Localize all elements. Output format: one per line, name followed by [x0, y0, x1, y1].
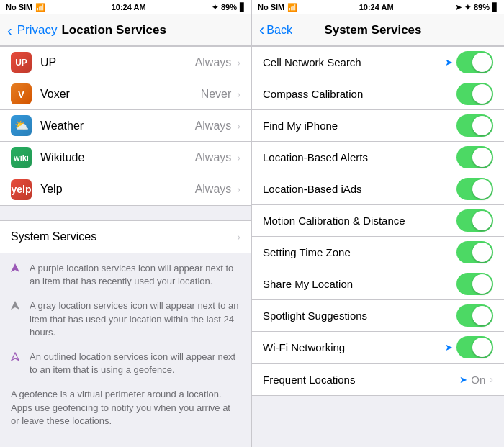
right-item-location-iads[interactable]: Location-Based iAds	[252, 173, 504, 205]
right-item-label-find-iphone: Find My iPhone	[263, 119, 456, 132]
app-icon-up-text: UP	[15, 58, 27, 68]
toggle-cell-network[interactable]	[456, 51, 493, 73]
app-label-yelp: Yelp	[40, 183, 195, 196]
left-nav-title: Location Services	[61, 23, 166, 37]
chevron-right-icon-weather: ›	[237, 120, 240, 132]
right-item-share-location[interactable]: Share My Location	[252, 268, 504, 300]
info-text-purple: A purple location services icon will app…	[30, 262, 240, 288]
app-icon-voxer-text: V	[18, 89, 24, 100]
app-label-wikitude: Wikitude	[40, 151, 195, 164]
right-item-label-setting-tz: Setting Time Zone	[263, 246, 456, 258]
app-value-yelp: Always	[195, 183, 232, 196]
back-label-right[interactable]: Back	[266, 24, 292, 37]
right-item-label-location-alerts: Location-Based Alerts	[263, 151, 456, 163]
chevron-right-icon-wikitude: ›	[237, 152, 240, 163]
right-status-bar: No SIM 📶 10:24 AM ➤ ✦ 89% ▋	[252, 0, 504, 14]
app-label-weather: Weather	[40, 119, 195, 132]
app-value-weather: Always	[195, 119, 232, 132]
right-nav-title: System Services	[292, 23, 454, 37]
right-item-label-location-iads: Location-Based iAds	[263, 183, 456, 195]
battery-pct-left: 89%	[221, 3, 237, 12]
chevron-left-icon: ‹	[7, 23, 12, 37]
right-item-label-cell-network: Cell Network Search	[263, 56, 445, 68]
right-item-wifi[interactable]: Wi-Fi Networking ➤	[252, 332, 504, 364]
toggle-find-iphone[interactable]	[456, 114, 493, 137]
right-item-setting-tz[interactable]: Setting Time Zone	[252, 237, 504, 268]
right-item-spotlight[interactable]: Spotlight Suggestions	[252, 300, 504, 332]
back-button-left[interactable]: ‹ Privacy	[7, 23, 57, 37]
chevron-right-system: ›	[237, 231, 240, 243]
system-services-item[interactable]: System Services ›	[0, 221, 251, 253]
toggle-wifi[interactable]	[456, 336, 493, 358]
toggle-location-iads[interactable]	[456, 178, 493, 200]
system-services-label: System Services	[11, 230, 237, 243]
app-value-up: Always	[195, 56, 232, 69]
right-item-cell-network[interactable]: Cell Network Search ➤	[252, 47, 504, 78]
chevron-right-icon-yelp: ›	[237, 184, 240, 195]
right-status-right: ➤ ✦ 89% ▋	[455, 3, 498, 12]
wifi-icon-right: 📶	[287, 3, 297, 12]
toggle-setting-tz[interactable]	[456, 241, 493, 263]
toggle-spotlight[interactable]	[456, 304, 493, 327]
back-label-left[interactable]: Privacy	[17, 23, 58, 37]
chevron-back-right-icon: ‹	[259, 21, 264, 40]
right-item-location-alerts[interactable]: Location-Based Alerts	[252, 142, 504, 173]
chevron-right-frequent: ›	[490, 374, 493, 385]
toggle-motion-calib[interactable]	[456, 209, 493, 232]
back-button-right[interactable]: ‹ Back	[259, 21, 292, 40]
geofence-text: A geofence is a virtual perimeter around…	[11, 388, 240, 428]
app-icon-up: UP	[11, 52, 32, 73]
app-value-wikitude: Always	[195, 151, 232, 164]
right-item-value-frequent-loc: On	[471, 374, 485, 386]
outline-arrow-icon	[11, 352, 22, 365]
app-icon-wikitude-text: wiki	[14, 153, 29, 162]
info-text-gray: A gray location services icon will appea…	[30, 299, 240, 339]
time-right: 10:24 AM	[359, 3, 394, 12]
list-item-wikitude[interactable]: wiki Wikitude Always ›	[0, 142, 251, 173]
left-app-list: UP UP Always › V Voxer Never › ⛅ Weather…	[0, 46, 251, 206]
battery-pct-right: 89%	[474, 3, 490, 12]
location-arrow-status-right: ➤	[455, 3, 462, 12]
left-status-bar: No SIM 📶 10:24 AM ✦ 89% ▋	[0, 0, 251, 14]
purple-arrow-icon	[11, 263, 22, 276]
carrier-left: No SIM	[6, 3, 32, 12]
app-icon-weather-symbol: ⛅	[14, 119, 29, 132]
app-label-voxer: Voxer	[40, 88, 201, 101]
info-item-gray: A gray location services icon will appea…	[11, 299, 240, 339]
battery-icon-right: ▋	[492, 3, 498, 12]
app-label-up: UP	[40, 56, 195, 69]
location-arrow-cell-network: ➤	[445, 57, 453, 68]
toggle-location-alerts[interactable]	[456, 146, 493, 168]
right-item-frequent-loc[interactable]: Frequent Locations ➤ On ›	[252, 364, 504, 395]
app-icon-wikitude: wiki	[11, 147, 32, 168]
right-item-find-iphone[interactable]: Find My iPhone	[252, 110, 504, 142]
app-value-voxer: Never	[201, 88, 232, 101]
list-item-up[interactable]: UP UP Always ›	[0, 47, 251, 78]
bluetooth-icon-right: ✦	[464, 3, 471, 12]
right-item-label-frequent-loc: Frequent Locations	[263, 374, 459, 386]
info-item-purple: A purple location services icon will app…	[11, 262, 240, 288]
right-item-label-compass: Compass Calibration	[263, 88, 456, 100]
list-item-yelp[interactable]: yelp Yelp Always ›	[0, 173, 251, 205]
info-item-outline: An outlined location services icon will …	[11, 351, 240, 376]
toggle-compass[interactable]	[456, 83, 493, 105]
right-item-label-motion-calib: Motion Calibration & Distance	[263, 215, 456, 227]
left-status-right: ✦ 89% ▋	[212, 3, 246, 12]
right-item-label-wifi: Wi-Fi Networking	[263, 341, 445, 353]
toggle-share-location[interactable]	[456, 273, 493, 295]
chevron-right-icon-up: ›	[237, 57, 240, 68]
right-item-motion-calib[interactable]: Motion Calibration & Distance	[252, 205, 504, 237]
location-arrow-wifi: ➤	[445, 342, 453, 353]
list-item-weather[interactable]: ⛅ Weather Always ›	[0, 110, 251, 142]
left-panel: No SIM 📶 10:24 AM ✦ 89% ▋ ‹ Privacy Loca…	[0, 0, 252, 447]
list-item-voxer[interactable]: V Voxer Never ›	[0, 78, 251, 110]
carrier-right: No SIM	[258, 3, 284, 12]
bluetooth-icon-left: ✦	[212, 3, 218, 12]
battery-icon-left: ▋	[240, 3, 246, 12]
app-icon-voxer: V	[11, 83, 32, 104]
location-arrow-frequent: ➤	[459, 374, 467, 385]
right-status-left: No SIM 📶	[258, 3, 297, 12]
gray-arrow-icon	[11, 301, 22, 314]
right-item-compass[interactable]: Compass Calibration	[252, 78, 504, 110]
right-item-label-share-location: Share My Location	[263, 278, 456, 290]
